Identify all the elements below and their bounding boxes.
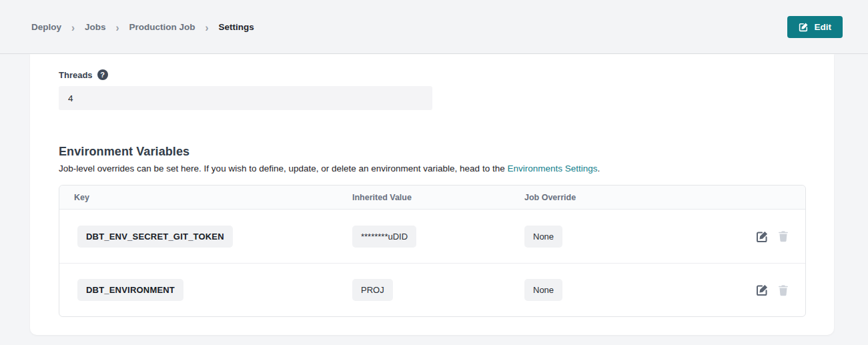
job-override-cell: None — [524, 279, 805, 301]
inherited-value-badge: PROJ — [352, 279, 393, 301]
delete-row-button[interactable] — [777, 230, 789, 242]
pencil-square-icon — [799, 22, 809, 32]
row-actions — [756, 230, 789, 243]
edit-row-button[interactable] — [756, 284, 769, 296]
table-row: DBT_ENVIRONMENT PROJ None — [59, 263, 805, 316]
description-text-before: Job-level overrides can be set here. If … — [59, 163, 507, 174]
pencil-square-icon — [756, 230, 769, 243]
chevron-right-icon: › — [205, 21, 209, 32]
job-override-badge: None — [524, 279, 562, 301]
table-body: DBT_ENV_SECRET_GIT_TOKEN ********uDID No… — [59, 210, 805, 316]
breadcrumb-item-production-job[interactable]: Production Job — [129, 22, 195, 32]
column-header-key: Key — [59, 193, 352, 202]
inherited-value-cell: PROJ — [352, 279, 524, 301]
key-cell: DBT_ENVIRONMENT — [59, 279, 352, 301]
edit-button[interactable]: Edit — [787, 16, 843, 38]
column-header-job-override: Job Override — [524, 193, 805, 202]
edit-button-label: Edit — [815, 22, 832, 32]
pencil-square-icon — [756, 284, 769, 296]
threads-label: Threads — [59, 70, 93, 80]
breadcrumb-item-settings: Settings — [219, 22, 254, 32]
description-text-after: . — [598, 163, 600, 174]
inherited-value-badge: ********uDID — [352, 226, 416, 248]
section-title: Environment Variables — [59, 145, 834, 159]
question-circle-icon[interactable]: ? — [97, 69, 108, 80]
job-override-badge: None — [524, 226, 562, 248]
environment-variables-section: Environment Variables Job-level override… — [59, 145, 834, 317]
edit-row-button[interactable] — [756, 230, 769, 243]
table-header-row: Key Inherited Value Job Override — [59, 186, 805, 210]
delete-row-button[interactable] — [777, 284, 789, 296]
settings-card: Threads ? Environment Variables Job-leve… — [30, 54, 834, 335]
chevron-right-icon: › — [71, 21, 75, 32]
row-actions — [756, 284, 789, 296]
env-var-key-badge: DBT_ENVIRONMENT — [77, 279, 183, 301]
trash-icon — [777, 230, 789, 242]
trash-icon — [777, 284, 789, 296]
env-vars-table: Key Inherited Value Job Override DBT_ENV… — [59, 185, 806, 317]
key-cell: DBT_ENV_SECRET_GIT_TOKEN — [59, 226, 352, 248]
inherited-value-cell: ********uDID — [352, 226, 524, 248]
top-bar: Deploy›Jobs›Production Job›Settings Edit — [0, 0, 868, 54]
breadcrumb-item-deploy[interactable]: Deploy — [31, 22, 61, 32]
job-settings-page: Deploy›Jobs›Production Job›Settings Edit… — [0, 0, 868, 345]
env-var-key-badge: DBT_ENV_SECRET_GIT_TOKEN — [77, 226, 233, 248]
breadcrumb-item-jobs[interactable]: Jobs — [85, 22, 106, 32]
column-header-inherited-value: Inherited Value — [352, 193, 524, 202]
threads-input[interactable] — [59, 86, 432, 110]
job-override-cell: None — [524, 226, 805, 248]
threads-field-header: Threads ? — [59, 69, 834, 80]
environments-settings-link[interactable]: Environments Settings — [507, 163, 597, 174]
chevron-right-icon: › — [116, 21, 119, 32]
breadcrumb: Deploy›Jobs›Production Job›Settings — [31, 22, 254, 32]
table-row: DBT_ENV_SECRET_GIT_TOKEN ********uDID No… — [59, 210, 805, 263]
section-description: Job-level overrides can be set here. If … — [59, 163, 834, 174]
